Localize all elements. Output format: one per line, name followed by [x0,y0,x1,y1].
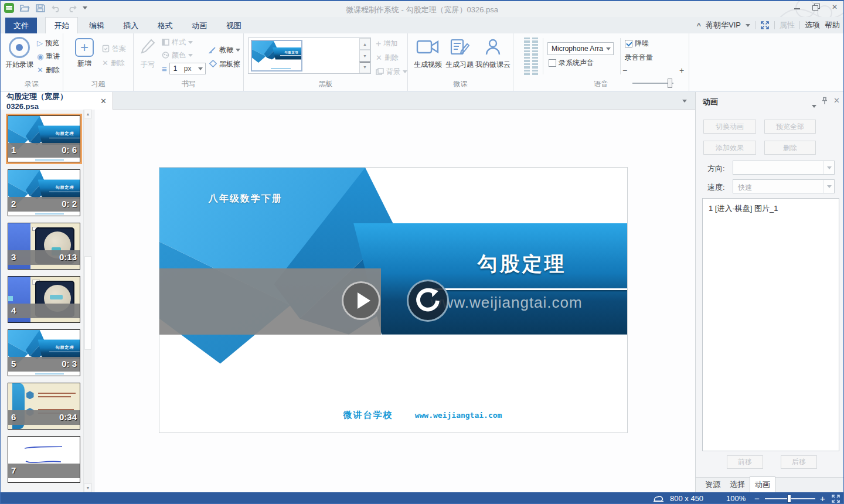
account-dropdown-icon[interactable] [746,24,750,27]
animation-list-item[interactable]: 1 [进入-棋盘] 图片_1 [703,199,839,219]
speed-label: 速度: [707,182,725,193]
fullscreen-icon[interactable] [760,21,770,30]
tab-resource[interactable]: 资源 [700,477,725,492]
restore-button[interactable] [812,4,820,11]
start-record-button[interactable]: 开始录课 [4,37,35,70]
document-tab[interactable]: 勾股定理（宽屏）0326.psa ✕ [1,92,113,110]
record-system-checkbox[interactable]: 录系统声音 [549,58,594,67]
add-effect-button[interactable]: 添加效果 [703,141,756,155]
panel-title: 动画 [703,97,718,107]
zoom-out-button[interactable]: − [754,493,760,503]
move-backward-button[interactable]: 后移 [781,455,817,469]
group-label-record: 录课 [1,79,63,89]
delete-exercise-button[interactable]: ✕ 删除 [102,58,125,67]
panel-menu-icon[interactable] [812,100,816,110]
slide-thumbnail-3[interactable]: 30:13 [8,223,80,270]
switch-animation-button[interactable]: 切换动画 [703,120,756,134]
gallery-down-icon[interactable]: ▼ [359,50,370,62]
zoom-slider-handle[interactable] [787,495,791,503]
doc-list-dropdown-icon[interactable] [682,100,687,103]
play-button[interactable] [342,281,380,320]
ribbon-group-board: 勾股定理 ▲ ▼ ▼ + 增加 ✕ 删除 背景 [244,33,408,91]
cross-icon: ✕ [102,59,108,67]
gallery-more-icon[interactable]: ▼ [359,62,370,73]
preview-button[interactable]: ▷ 预览 [37,38,59,47]
eraser-button[interactable]: 黑板擦 [209,59,240,69]
board-gallery-item[interactable]: 勾股定理 [251,40,302,71]
slide-thumbnail-5[interactable]: 勾股定理 50: 3 [8,329,80,376]
collapse-ribbon-icon[interactable]: ^ [696,21,701,30]
slide-thumbnail-7[interactable]: 7 [8,436,80,483]
style-icon [162,39,169,46]
add-exercise-button[interactable]: + 新增 [72,38,97,69]
tab-insert[interactable]: 插入 [115,18,147,34]
volume-plus[interactable]: + [679,66,684,75]
slide-thumbnail-2[interactable]: 勾股定理 20: 2 [8,169,80,216]
handwrite-button[interactable]: 手写 [136,38,159,70]
replay-button[interactable] [407,280,449,322]
stroke-width-select[interactable]: 1 px [169,63,206,74]
tab-format[interactable]: 格式 [149,18,181,34]
slide-number: 5 [11,359,16,369]
slide-duration: 0:13 [59,252,77,262]
zoom-in-button[interactable]: + [820,493,825,503]
slide-thumbnail-panel: 勾股定理 10: 6 勾股定理 20: 2 30:13 [1,110,94,492]
scrollbar-thumb[interactable] [84,256,91,350]
help-button[interactable]: 帮助 [825,20,840,30]
generate-exercise-button[interactable]: 生成习题 [444,38,475,70]
tab-edit[interactable]: 编辑 [81,18,113,34]
slide-thumbnail-4[interactable]: 4 [8,276,80,323]
tab-home[interactable]: 开始 [45,17,78,33]
tab-view[interactable]: 视图 [218,18,250,34]
slide-thumbnail-1[interactable]: 勾股定理 10: 6 [8,115,80,162]
delete-effect-button[interactable]: 删除 [764,141,816,155]
volume-minus[interactable]: − [622,66,627,75]
record-dot-icon: ◉ [37,53,43,60]
speed-select[interactable]: 快速 [733,179,835,193]
delete-record-button[interactable]: ✕ 删除 [37,65,60,74]
panel-close-icon[interactable]: ✕ [833,96,840,105]
pointer-dropdown[interactable]: 教鞭 [209,45,240,55]
tab-animation-panel[interactable]: 动画 [750,476,775,492]
direction-select[interactable] [733,161,835,175]
account-name[interactable]: 蒋朝华VIP [706,20,741,30]
tab-select[interactable]: 选择 [725,477,750,492]
animation-list[interactable]: 1 [进入-棋盘] 图片_1 [702,198,839,451]
slide-subtitle: 八年级数学下册 [209,193,283,205]
stroke-width-row: ≡ 1 px [162,64,206,73]
slide-number: 4 [11,305,16,315]
slide-number: 1 [11,145,16,155]
answer-button[interactable]: 答案 [102,44,126,53]
properties-button[interactable]: 属性 [780,20,795,30]
zoom-slider[interactable] [765,498,815,499]
direction-label: 方向: [707,164,725,174]
scroll-up-icon[interactable]: ▲ [84,110,92,118]
move-forward-button[interactable]: 前移 [727,455,763,469]
fit-screen-icon[interactable] [832,495,840,503]
style-dropdown[interactable]: 样式 [162,38,193,47]
board-background-dropdown[interactable]: 背景 [376,67,407,76]
retell-button[interactable]: ◉ 重讲 [37,52,60,61]
scroll-down-icon[interactable]: ▼ [84,483,92,492]
board-delete-button[interactable]: ✕ 删除 [376,53,399,62]
my-cloud-button[interactable]: 我的微课云 [475,38,511,70]
board-add-button[interactable]: + 增加 [376,39,397,48]
color-dropdown[interactable]: 颜色 [162,50,193,60]
options-button[interactable]: 选项 [805,20,820,30]
close-doc-icon[interactable]: ✕ [100,97,107,105]
denoise-checkbox[interactable]: 降噪 [625,39,649,48]
slide-thumbnail-6[interactable]: 60:34 [8,383,80,430]
close-button[interactable]: ✕ [831,4,839,11]
tab-file[interactable]: 文件 [5,18,37,34]
generate-video-button[interactable]: 生成视频 [413,38,443,70]
cross-icon: ✕ [376,54,382,62]
caret-down-icon [236,49,240,52]
preview-all-button[interactable]: 预览全部 [764,120,816,134]
pin-icon[interactable] [821,97,828,105]
thumbnail-scrollbar[interactable]: ▲ ▼ [83,110,92,492]
tab-animation[interactable]: 动画 [183,18,215,34]
microphone-select[interactable]: Microphone Arra [547,42,614,55]
gallery-up-icon[interactable]: ▲ [359,38,370,50]
play-outline-icon: ▷ [37,39,43,47]
minimize-button[interactable] [793,4,801,11]
